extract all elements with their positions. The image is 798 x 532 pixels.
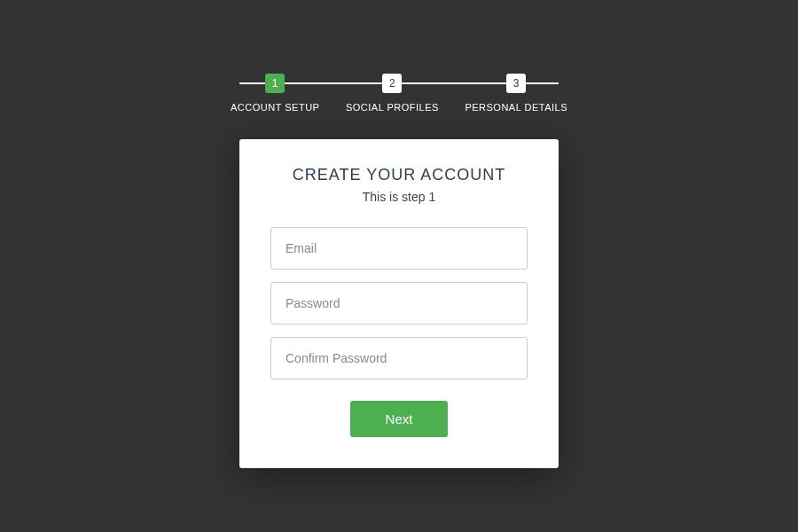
progress-bar: 1 Account Setup 2 Social Profiles 3 Pers… <box>231 74 567 113</box>
step-number-2: 2 <box>382 74 402 93</box>
confirm-password-field[interactable] <box>270 337 528 379</box>
step-label-1: Account Setup <box>231 102 319 113</box>
password-field[interactable] <box>270 282 528 325</box>
progress-step-3[interactable]: 3 Personal Details <box>465 74 567 113</box>
step-label-2: Social Profiles <box>346 102 439 113</box>
step-number-3: 3 <box>506 74 526 93</box>
email-field[interactable] <box>270 227 528 270</box>
progress-steps: 1 Account Setup 2 Social Profiles 3 Pers… <box>231 74 567 113</box>
card-title: Create your account <box>293 166 505 184</box>
progress-step-2[interactable]: 2 Social Profiles <box>346 74 439 113</box>
card-subtitle: This is step 1 <box>363 190 435 204</box>
progress-step-1[interactable]: 1 Account Setup <box>231 74 319 113</box>
step-number-1: 1 <box>265 74 285 93</box>
signup-card: Create your account This is step 1 Next <box>239 139 559 468</box>
signup-form: Next <box>270 227 528 437</box>
step-label-3: Personal Details <box>465 102 567 113</box>
next-button[interactable]: Next <box>350 401 448 437</box>
